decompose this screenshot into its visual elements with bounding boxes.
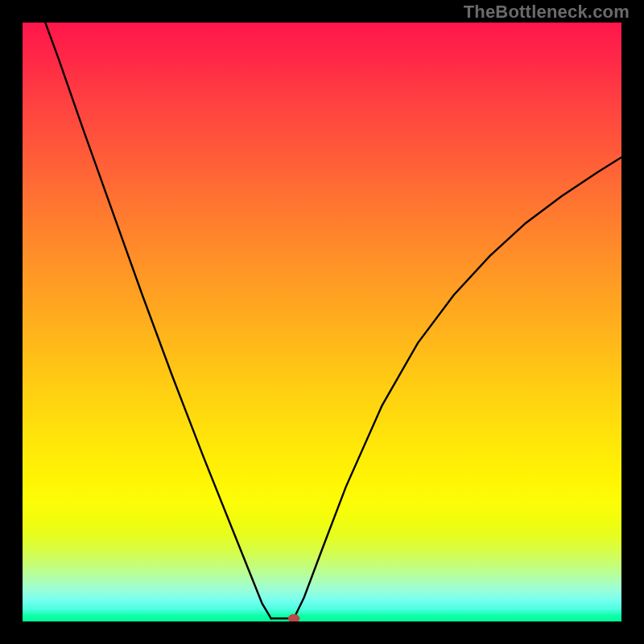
watermark-text: TheBottleneck.com — [464, 2, 630, 23]
curve-layer — [23, 23, 621, 621]
left-curve — [45, 23, 270, 618]
right-curve — [294, 157, 621, 618]
minimum-marker — [288, 614, 299, 621]
plot-area — [23, 23, 621, 621]
chart-container: TheBottleneck.com — [0, 0, 644, 644]
